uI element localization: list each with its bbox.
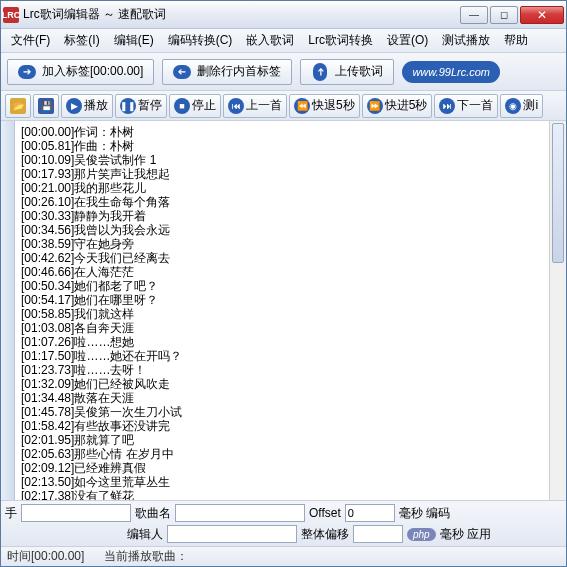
menu-settings[interactable]: 设置(O) xyxy=(381,30,434,51)
offset-input[interactable] xyxy=(345,504,395,522)
lyric-line[interactable]: [00:58.85]我们就这样 xyxy=(21,307,543,321)
play-button[interactable]: ▶播放 xyxy=(61,94,113,118)
lyric-line[interactable]: [01:32.09]她们已经被风吹走 xyxy=(21,377,543,391)
scrollbar-thumb[interactable] xyxy=(552,123,564,263)
prev-button[interactable]: ⏮上一首 xyxy=(223,94,287,118)
menu-lrc-convert[interactable]: Lrc歌词转换 xyxy=(302,30,379,51)
menu-tag[interactable]: 标签(I) xyxy=(58,30,105,51)
back5-button[interactable]: ⏪快退5秒 xyxy=(289,94,360,118)
song-input[interactable] xyxy=(175,504,305,522)
play-icon: ▶ xyxy=(66,98,82,114)
lyric-line[interactable]: [02:13.50]如今这里荒草丛生 xyxy=(21,475,543,489)
singer-input[interactable] xyxy=(21,504,131,522)
lyric-line[interactable]: [00:34.56]我曾以为我会永远 xyxy=(21,223,543,237)
prev-icon: ⏮ xyxy=(228,98,244,114)
arrow-left-icon: ➔ xyxy=(173,65,191,79)
delete-tag-button[interactable]: ➔ 删除行内首标签 xyxy=(162,59,292,85)
arrow-up-icon: ➔ xyxy=(313,63,327,81)
lyric-line[interactable]: [00:00.00]作词：朴树 xyxy=(21,125,543,139)
stop-button[interactable]: ■停止 xyxy=(169,94,221,118)
editor-label: 编辑人 xyxy=(127,526,163,543)
offset-label: Offset xyxy=(309,506,341,520)
save-icon: 💾 xyxy=(38,98,54,114)
site-badge[interactable]: www.99Lrc.com xyxy=(402,61,500,83)
save-button[interactable]: 💾 xyxy=(33,94,59,118)
fwd5-button[interactable]: ⏩快进5秒 xyxy=(362,94,433,118)
lyric-line[interactable]: [00:54.17]她们在哪里呀？ xyxy=(21,293,543,307)
menu-encode[interactable]: 编码转换(C) xyxy=(162,30,239,51)
menu-test-play[interactable]: 测试播放 xyxy=(436,30,496,51)
singer-label: 手 xyxy=(5,505,17,522)
app-window: LRC Lrc歌词编辑器 ～ 速配歌词 — ◻ ✕ 文件(F) 标签(I) 编辑… xyxy=(0,0,567,567)
folder-icon: 📂 xyxy=(10,98,26,114)
lyric-line[interactable]: [00:50.34]她们都老了吧？ xyxy=(21,279,543,293)
lyric-line[interactable]: [00:05.81]作曲：朴树 xyxy=(21,139,543,153)
titlebar[interactable]: LRC Lrc歌词编辑器 ～ 速配歌词 — ◻ ✕ xyxy=(1,1,566,29)
forward-icon: ⏩ xyxy=(367,98,383,114)
lyric-line[interactable]: [00:10.09]吴俊尝试制作 1 xyxy=(21,153,543,167)
delete-tag-label: 删除行内首标签 xyxy=(197,63,281,80)
arrow-right-icon: ➔ xyxy=(18,65,36,79)
lyric-line[interactable]: [01:23.73]啦……去呀！ xyxy=(21,363,543,377)
lyric-line[interactable]: [01:07.26]啦……想她 xyxy=(21,335,543,349)
lyric-line[interactable]: [02:09.12]已经难辨真假 xyxy=(21,461,543,475)
next-icon: ⏭ xyxy=(439,98,455,114)
lyric-line[interactable]: [01:45.78]吴俊第一次生刀小试 xyxy=(21,405,543,419)
upload-lyrics-button[interactable]: ➔ 上传歌词 xyxy=(300,59,394,85)
lyric-line[interactable]: [00:21.00]我的那些花儿 xyxy=(21,181,543,195)
close-button[interactable]: ✕ xyxy=(520,6,564,24)
test-icon: ◉ xyxy=(505,98,521,114)
lyric-line[interactable]: [02:01.95]那就算了吧 xyxy=(21,433,543,447)
menubar: 文件(F) 标签(I) 编辑(E) 编码转换(C) 嵌入歌词 Lrc歌词转换 设… xyxy=(1,29,566,53)
pause-icon: ❚❚ xyxy=(120,98,136,114)
whole-offset-input[interactable] xyxy=(353,525,403,543)
lyric-line[interactable]: [00:30.33]静静为我开着 xyxy=(21,209,543,223)
stop-icon: ■ xyxy=(174,98,190,114)
lyrics-editor[interactable]: [00:00.00]作词：朴树[00:05.81]作曲：朴树[00:10.09]… xyxy=(15,121,549,500)
metadata-panel: 手 歌曲名 Offset 毫秒 编码 编辑人 整体偏移 php 毫秒 应用 xyxy=(1,500,566,546)
lyric-line[interactable]: [00:38.59]守在她身旁 xyxy=(21,237,543,251)
pause-button[interactable]: ❚❚暂停 xyxy=(115,94,167,118)
app-icon: LRC xyxy=(3,7,19,23)
whole-offset-label: 整体偏移 xyxy=(301,526,349,543)
lyric-line[interactable]: [00:26.10]在我生命每个角落 xyxy=(21,195,543,209)
menu-help[interactable]: 帮助 xyxy=(498,30,534,51)
lyric-line[interactable]: [02:17.38]没有了鲜花 xyxy=(21,489,543,500)
lyric-line[interactable]: [00:17.93]那片笑声让我想起 xyxy=(21,167,543,181)
upload-label: 上传歌词 xyxy=(335,63,383,80)
add-tag-button[interactable]: ➔ 加入标签[00:00.00] xyxy=(7,59,154,85)
test-button[interactable]: ◉测i xyxy=(500,94,543,118)
open-file-button[interactable]: 📂 xyxy=(5,94,31,118)
ms-encode-label: 毫秒 编码 xyxy=(399,505,450,522)
content-area: [00:00.00]作词：朴树[00:05.81]作曲：朴树[00:10.09]… xyxy=(1,121,566,500)
window-title: Lrc歌词编辑器 ～ 速配歌词 xyxy=(23,6,460,23)
vertical-scrollbar[interactable] xyxy=(549,121,566,500)
status-time: 时间[00:00.00] xyxy=(7,548,84,565)
minimize-button[interactable]: — xyxy=(460,6,488,24)
menu-embed[interactable]: 嵌入歌词 xyxy=(240,30,300,51)
editor-input[interactable] xyxy=(167,525,297,543)
lyric-line[interactable]: [01:03.08]各自奔天涯 xyxy=(21,321,543,335)
next-button[interactable]: ⏭下一首 xyxy=(434,94,498,118)
lyric-line[interactable]: [02:05.63]那些心情 在岁月中 xyxy=(21,447,543,461)
add-tag-label: 加入标签[00:00.00] xyxy=(42,63,143,80)
lyric-line[interactable]: [01:17.50]啦……她还在开吗？ xyxy=(21,349,543,363)
toolbar-player: 📂 💾 ▶播放 ❚❚暂停 ■停止 ⏮上一首 ⏪快退5秒 ⏩快进5秒 ⏭下一首 ◉… xyxy=(1,91,566,121)
song-label: 歌曲名 xyxy=(135,505,171,522)
ms-apply-label: 毫秒 应用 xyxy=(440,526,491,543)
menu-file[interactable]: 文件(F) xyxy=(5,30,56,51)
lyric-line[interactable]: [00:46.66]在人海茫茫 xyxy=(21,265,543,279)
maximize-button[interactable]: ◻ xyxy=(490,6,518,24)
lyric-line[interactable]: [01:58.42]有些故事还没讲完 xyxy=(21,419,543,433)
lyric-line[interactable]: [00:42.62]今天我们已经离去 xyxy=(21,251,543,265)
menu-edit[interactable]: 编辑(E) xyxy=(108,30,160,51)
rewind-icon: ⏪ xyxy=(294,98,310,114)
php-badge: php xyxy=(407,528,436,541)
lyric-line[interactable]: [01:34.48]散落在天涯 xyxy=(21,391,543,405)
gutter xyxy=(1,121,15,500)
statusbar: 时间[00:00.00] 当前播放歌曲： xyxy=(1,546,566,566)
toolbar-main: ➔ 加入标签[00:00.00] ➔ 删除行内首标签 ➔ 上传歌词 www.99… xyxy=(1,53,566,91)
status-now-playing: 当前播放歌曲： xyxy=(104,548,188,565)
